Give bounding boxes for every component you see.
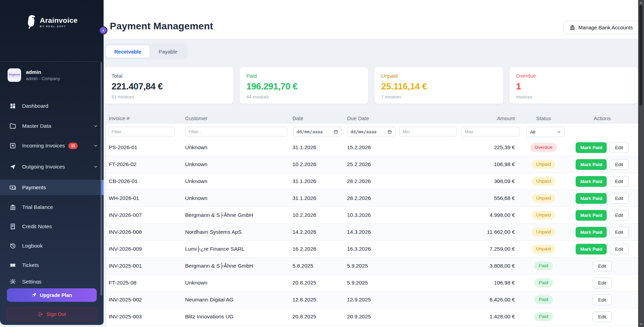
invoice-number: INV-2025-002 (109, 291, 142, 308)
edit-button[interactable]: Edit (609, 159, 628, 170)
scrollbar-thumb[interactable] (639, 5, 643, 106)
due-date-filter-input[interactable]: dd/mm/aaaa (347, 127, 395, 136)
amount: 1.428,00 € (459, 308, 515, 325)
tab-receivable[interactable]: Receivable (106, 45, 150, 58)
sign-out-button[interactable]: Sign Out (7, 307, 97, 321)
invoice-date: 31.1.2026 (292, 190, 316, 206)
sidebar-item-payments[interactable]: Payments (0, 180, 104, 195)
edit-button[interactable]: Edit (609, 244, 628, 254)
invoice-number: PS-2026-01 (109, 139, 137, 156)
status-badge: Paid (534, 278, 552, 287)
edit-button[interactable]: Edit (593, 261, 612, 271)
scroll-up-icon[interactable] (638, 1, 644, 5)
sidebar-collapse-button[interactable] (99, 26, 107, 35)
mark-paid-button[interactable]: Mark Paid (576, 210, 607, 221)
ticket-icon (9, 262, 16, 269)
sidebar-item-credit-notes[interactable]: Credit Notes (0, 219, 104, 234)
sidebar-item-label: Tickets (22, 262, 39, 268)
mark-paid-button[interactable]: Mark Paid (576, 142, 607, 153)
tab-bar: Receivable Payable (104, 44, 188, 59)
card-label: Paid (247, 73, 362, 79)
due-date: 28.2.2026 (347, 173, 371, 190)
due-date: 25.2.2026 (347, 156, 371, 173)
customer-name: Nordhavn Systems ApS (185, 224, 242, 240)
calendar-icon[interactable] (387, 129, 392, 134)
mark-paid-button[interactable]: Mark Paid (576, 193, 607, 204)
customer-name: Unknown (185, 139, 208, 156)
mark-paid-button[interactable]: Mark Paid (576, 244, 607, 254)
summary-cards: Total 221.407,84 € 51 invoices Paid 196.… (104, 67, 638, 104)
sidebar-item-settings[interactable]: Settings (0, 274, 104, 284)
mark-paid-button[interactable]: Mark Paid (576, 227, 607, 238)
tab-payable[interactable]: Payable (150, 45, 185, 58)
edit-button[interactable]: Edit (593, 295, 612, 305)
column-header-due-date: Due Date (347, 115, 369, 121)
edit-button[interactable]: Edit (609, 176, 628, 187)
card-subtext: 7 invoices (381, 94, 496, 99)
sidebar-item-label: Payments (22, 184, 46, 191)
date-filter-input[interactable]: dd/mm/aaaa (293, 127, 342, 136)
invoice-date: 10.2.2026 (292, 156, 316, 173)
mark-paid-button[interactable]: Mark Paid (576, 159, 607, 170)
sidebar-item-tickets[interactable]: Tickets (0, 258, 104, 273)
table-row: FT-2026-02 Unknown 10.2.2026 25.2.2026 1… (106, 156, 638, 173)
user-profile[interactable]: Arainvo BY REAL-SOFT admin admin - Compa… (8, 68, 60, 82)
scroll-down-icon[interactable] (638, 322, 644, 326)
inbox-down-icon (9, 142, 16, 149)
paid-card: Paid 196.291,70 € 44 invoices (239, 67, 369, 104)
brand-tagline: BY REAL-SOFT (40, 25, 77, 28)
sidebar-item-outgoing-invoices[interactable]: Outgoing Invoices (0, 159, 104, 174)
invoice-date: 20.8.2025 (292, 308, 316, 325)
due-date: 10.3.2026 (347, 207, 371, 223)
sidebar-scrollbar[interactable] (100, 62, 102, 296)
incoming-invoices-badge: 11 (68, 143, 78, 149)
mark-paid-button[interactable]: Mark Paid (576, 176, 607, 187)
invoice-filter-input[interactable] (108, 127, 175, 136)
page-scrollbar[interactable] (638, 0, 644, 327)
amount: 308,09 € (459, 173, 515, 190)
amount-max-filter-input[interactable] (461, 127, 520, 136)
invoice-date: 5.8.2025 (292, 258, 313, 274)
customer-name: Neumann Digital AG (185, 291, 233, 308)
chevron-down-icon (93, 164, 98, 169)
edit-button[interactable]: Edit (609, 193, 628, 204)
banknote-icon (9, 184, 16, 191)
sidebar-item-master-data[interactable]: Master Data (0, 118, 104, 134)
card-value: 196.291,70 € (247, 81, 362, 92)
due-date: 5.9.2025 (347, 275, 368, 291)
table-row: WH-2026-01 Unknown 31.1.2026 28.2.2026 5… (106, 190, 638, 207)
column-header-customer: Customer (185, 115, 208, 121)
due-date: 14.3.2026 (347, 224, 371, 240)
customer-filter-input[interactable] (185, 127, 287, 136)
sidebar-item-dashboard[interactable]: Dashboard (0, 98, 104, 114)
due-date: 28.2.2026 (347, 190, 371, 206)
invoice-number: INV-2025-001 (109, 258, 142, 274)
customer-name: Unknown (185, 156, 208, 173)
status-badge: Paid (534, 261, 552, 270)
edit-button[interactable]: Edit (593, 311, 612, 322)
sidebar-item-logbook[interactable]: Logbook (0, 238, 104, 253)
sidebar-item-label: Logbook (22, 243, 42, 249)
page-title: Payment Management (110, 21, 213, 32)
calendar-icon[interactable] (334, 129, 338, 134)
column-header-status: Status (520, 115, 567, 121)
chevron-down-icon (557, 130, 561, 134)
invoice-number: INV-2026-009 (109, 241, 142, 257)
upgrade-plan-button[interactable]: Upgrade Plan (7, 288, 97, 302)
user-name: admin (26, 69, 60, 75)
payment-management-page: Arainvoice BY REAL-SOFT Arainvo BY REAL-… (0, 0, 644, 327)
edit-button[interactable]: Edit (609, 227, 628, 238)
status-filter-select[interactable]: All (526, 127, 565, 137)
edit-button[interactable]: Edit (609, 210, 628, 221)
column-header-amount: Amount (459, 115, 515, 121)
history-clock-icon (9, 242, 16, 249)
sidebar-item-trial-balance[interactable]: Trial Balance (0, 200, 104, 215)
manage-bank-accounts-button[interactable]: Manage Bank Accounts (564, 21, 639, 34)
invoice-date: 16.2.2026 (292, 241, 316, 257)
due-date: 16.3.2026 (347, 241, 371, 257)
sidebar-item-incoming-invoices[interactable]: Incoming Invoices 11 (0, 138, 104, 153)
amount-min-filter-input[interactable] (399, 127, 457, 136)
edit-button[interactable]: Edit (609, 142, 628, 153)
card-subtext: 51 invoices (112, 94, 227, 99)
edit-button[interactable]: Edit (593, 278, 612, 288)
